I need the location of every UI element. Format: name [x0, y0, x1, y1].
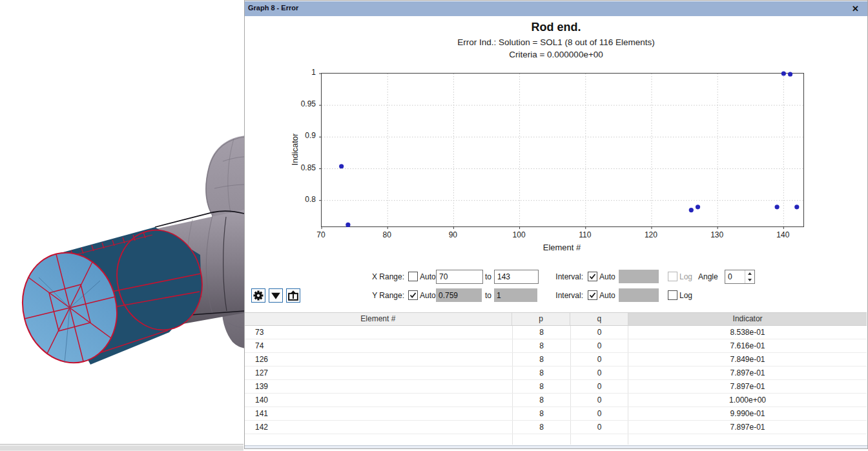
data-point	[788, 72, 792, 76]
data-point	[346, 223, 350, 227]
table-cell: 0	[570, 407, 628, 420]
angle-spin-up[interactable]	[745, 270, 754, 277]
table-cell: 0	[570, 353, 628, 366]
x-tick-label: 140	[769, 230, 797, 239]
table-cell: 0	[570, 326, 628, 339]
table-row[interactable]: 141809.990e-01	[245, 407, 867, 421]
table-cell: 141	[245, 407, 512, 420]
x-range-auto-label: Auto	[420, 272, 436, 281]
y-to-label: to	[485, 291, 491, 300]
x-tick-label: 90	[439, 230, 467, 239]
table-row[interactable]: 127807.897e-01	[245, 366, 867, 380]
table-header-cell[interactable]: Element #	[245, 313, 512, 325]
table-cell: 8.538e-01	[628, 326, 867, 339]
y-range-auto-label: Auto	[420, 291, 436, 300]
table-header-cell[interactable]: Indicator	[628, 313, 867, 325]
graph-window: Graph 8 - Error ✕ Rod end. Error Ind.: S…	[244, 0, 868, 449]
angle-label: Angle	[698, 272, 718, 281]
y-max-field	[494, 288, 537, 302]
y-interval-auto-checkbox[interactable]	[588, 290, 597, 300]
table-header-cell[interactable]: q	[570, 313, 628, 325]
angle-spinner[interactable]: 0	[725, 270, 755, 284]
data-point	[689, 208, 694, 212]
table-cell: 8	[512, 353, 570, 366]
x-interval-auto-checkbox[interactable]	[588, 272, 597, 281]
table-cell: 140	[245, 394, 512, 406]
table-row[interactable]: 126807.849e-01	[245, 353, 867, 366]
y-tick-label: 1	[277, 68, 316, 77]
angle-spin-down[interactable]	[745, 277, 754, 283]
table-row[interactable]: 74807.616e-01	[245, 339, 867, 353]
table-cell: 139	[245, 380, 512, 393]
rod-end-3d-view[interactable]	[0, 0, 245, 451]
y-range-auto-checkbox[interactable]	[408, 290, 418, 300]
plot-dropdown-button[interactable]	[269, 288, 283, 303]
x-log-label: Log	[679, 272, 692, 281]
table-cell: 0	[570, 339, 628, 352]
x-axis-title: Element #	[321, 243, 803, 252]
window-bottom-strip	[245, 445, 867, 448]
table-cell: 8	[512, 407, 570, 420]
y-interval-label: Interval:	[547, 291, 583, 300]
x-tick-label: 110	[571, 230, 599, 239]
y-log-label: Log	[679, 291, 692, 300]
table-cell: 142	[245, 421, 512, 434]
chart-subtitle-criteria: Criteria = 0.000000e+00	[245, 50, 867, 59]
y-tick-label: 0.8	[277, 195, 316, 204]
table-cell: 8	[512, 394, 570, 406]
horizontal-scrollbar[interactable]	[0, 444, 243, 451]
data-point	[775, 205, 780, 209]
table-cell: 0	[570, 366, 628, 379]
window-title: Graph 8 - Error	[248, 4, 298, 12]
y-axis-title: Indicator	[290, 120, 300, 179]
x-max-input[interactable]	[494, 270, 539, 284]
table-cell: 7.897e-01	[628, 421, 867, 434]
plot-settings-button[interactable]	[251, 288, 265, 303]
table-cell: 8	[512, 421, 570, 434]
y-log-checkbox[interactable]	[668, 290, 677, 300]
table-row[interactable]: 140801.000e+00	[245, 394, 867, 407]
table-cell: 7.897e-01	[628, 366, 867, 379]
x-tick-label: 130	[703, 230, 731, 239]
y-interval-auto-label: Auto	[599, 291, 615, 300]
x-range-auto-checkbox[interactable]	[408, 272, 418, 281]
data-point	[696, 205, 700, 209]
table-cell: 0	[570, 421, 628, 434]
x-tick-label: 70	[307, 230, 335, 239]
table-row[interactable]: 73808.538e-01	[245, 326, 867, 339]
table-cell: 8	[512, 326, 570, 339]
rod-end-3d-render	[0, 0, 245, 451]
x-interval-label: Interval:	[547, 272, 583, 281]
table-cell: 74	[245, 339, 512, 352]
scrollbar-thumb[interactable]	[0, 446, 243, 450]
application-root: Graph 8 - Error ✕ Rod end. Error Ind.: S…	[0, 0, 868, 451]
table-header-cell[interactable]: p	[512, 313, 570, 325]
table-row[interactable]: 142807.897e-01	[245, 421, 867, 434]
check-icon	[588, 291, 597, 299]
x-min-input[interactable]	[436, 270, 483, 284]
table-cell: 7.897e-01	[628, 380, 867, 393]
x-interval-auto-label: Auto	[599, 272, 615, 281]
table-cell: 127	[245, 366, 512, 379]
window-titlebar[interactable]: Graph 8 - Error ✕	[245, 1, 867, 16]
x-tick-label: 100	[505, 230, 533, 239]
check-icon	[409, 291, 417, 299]
table-header-row: Element #pqIndicator	[245, 312, 867, 326]
close-button[interactable]: ✕	[850, 3, 861, 14]
table-empty-row	[245, 434, 867, 445]
table-row[interactable]: 139807.897e-01	[245, 380, 867, 394]
table-cell: 73	[245, 326, 512, 339]
y-tick-label: 0.95	[277, 99, 316, 108]
scatter-plot-area[interactable]	[321, 73, 804, 227]
table-cell: 8	[512, 366, 570, 379]
x-log-checkbox	[668, 272, 677, 281]
table-cell: 0	[570, 394, 628, 406]
scatter-plot-svg	[322, 74, 803, 226]
table-cell: 7.616e-01	[628, 339, 867, 352]
x-tick-label: 80	[373, 230, 401, 239]
table-cell: 8	[512, 380, 570, 393]
table-cell: 8	[512, 339, 570, 352]
x-interval-field	[619, 270, 659, 283]
x-tick-label: 120	[637, 230, 665, 239]
export-plot-button[interactable]	[286, 288, 300, 303]
